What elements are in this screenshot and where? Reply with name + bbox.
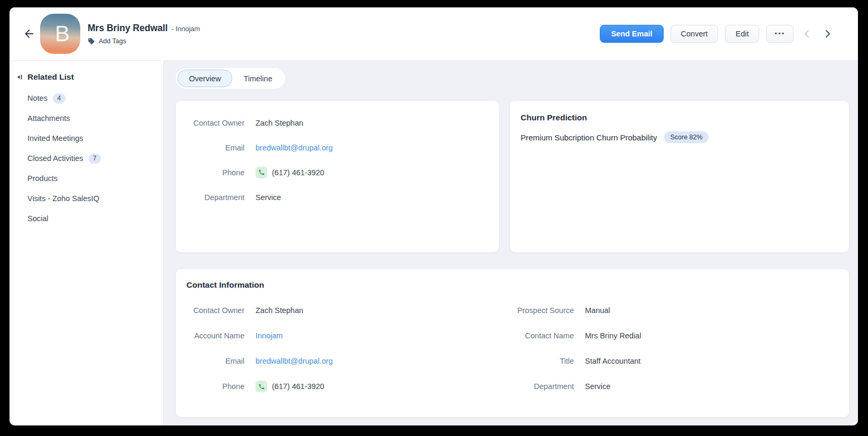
collapse-panel-icon[interactable] <box>16 73 23 81</box>
tab-overview[interactable]: Overview <box>177 70 232 87</box>
field-label: Contact Owner <box>186 119 244 127</box>
ellipsis-icon: ••• <box>775 30 785 37</box>
main-panel: Overview Timeline Contact Owner Zach Ste… <box>164 61 858 425</box>
sidebar-item-label: Visits - Zoho SalesIQ <box>27 194 99 203</box>
field-row-account-name: Account Name Innojam <box>186 323 493 348</box>
field-label: Email <box>186 357 244 365</box>
add-tags-button[interactable]: Add Tags <box>88 37 200 45</box>
add-tags-label: Add Tags <box>99 37 126 45</box>
avatar: B <box>40 14 80 54</box>
field-label: Phone <box>186 168 244 177</box>
title-value: Staff Accountant <box>585 357 640 365</box>
sidebar-item-label: Attachments <box>27 114 70 122</box>
contact-information-grid: Contact Owner Zach Stephan Account Name … <box>186 298 838 399</box>
churn-prediction-card: Churn Prediction Premium Subcription Chu… <box>510 101 849 252</box>
field-label: Phone <box>186 382 244 391</box>
send-email-button[interactable]: Send Email <box>600 25 663 43</box>
sidebar-item-invited-meetings[interactable]: Invited Meetings <box>27 128 163 148</box>
sidebar-item-label: Closed Activities <box>27 154 83 163</box>
field-label: Contact Owner <box>186 306 244 315</box>
contact-info-left-column: Contact Owner Zach Stephan Account Name … <box>186 298 493 399</box>
phone-number[interactable]: (617) 461-3920 <box>272 168 324 177</box>
more-actions-button[interactable]: ••• <box>766 25 794 43</box>
email-link[interactable]: bredwallbt@drupal.org <box>256 357 333 365</box>
phone-number[interactable]: (617) 461-3920 <box>272 382 324 391</box>
convert-button[interactable]: Convert <box>671 25 719 43</box>
email-link[interactable]: bredwallbt@drupal.org <box>256 144 333 152</box>
contact-name-value: Mrs Briny Redial <box>585 331 641 340</box>
chevron-left-icon <box>803 30 810 38</box>
churn-score-badge: Score 82% <box>664 131 708 143</box>
sidebar-item-label: Social <box>27 214 49 223</box>
sidebar-item-attachments[interactable]: Attachments <box>27 108 163 128</box>
churn-card-title: Churn Prediction <box>521 112 838 123</box>
field-row-contact-owner: Contact Owner Zach Stephan <box>186 110 488 135</box>
field-row-phone: Phone (617) 461-3920 <box>186 374 493 399</box>
prospect-source-value: Manual <box>585 306 610 315</box>
sidebar-item-label: Invited Meetings <box>27 134 83 143</box>
previous-record-button[interactable] <box>799 26 815 42</box>
phone-icon <box>258 169 265 176</box>
field-label: Department <box>186 193 244 202</box>
record-header: B Mrs Briny Redwall - Innojam Add Tags S… <box>10 7 858 61</box>
chevron-right-icon <box>824 30 832 38</box>
churn-metric-label: Premium Subcription Churn Probability <box>521 133 657 142</box>
field-row-prospect-source: Prospect Source Manual <box>514 298 838 323</box>
contact-summary-card: Contact Owner Zach Stephan Email bredwal… <box>176 101 499 252</box>
sidebar-item-visits-zoho-salesiq[interactable]: Visits - Zoho SalesIQ <box>27 188 163 208</box>
edit-button[interactable]: Edit <box>725 25 759 43</box>
contact-owner-value: Zach Stephan <box>256 119 303 127</box>
sidebar-item-social[interactable]: Social <box>27 208 163 229</box>
record-body: Related List Notes 4 Attachments Invited… <box>10 61 858 425</box>
closed-activities-count-badge: 7 <box>89 154 101 164</box>
sidebar-item-label: Notes <box>27 94 48 102</box>
related-list-title: Related List <box>27 72 74 82</box>
title-block: Mrs Briny Redwall - Innojam Add Tags <box>88 23 200 45</box>
call-button[interactable] <box>256 167 267 178</box>
department-value: Service <box>256 193 281 202</box>
sidebar-item-notes[interactable]: Notes 4 <box>27 88 163 108</box>
account-subtitle: - Innojam <box>172 25 200 33</box>
field-row-department: Department Service <box>514 374 838 399</box>
related-list-sidebar: Related List Notes 4 Attachments Invited… <box>10 61 164 425</box>
field-label: Email <box>186 144 244 152</box>
field-row-department: Department Service <box>186 185 488 210</box>
churn-metric-row: Premium Subcription Churn Probability Sc… <box>521 131 838 143</box>
tab-timeline[interactable]: Timeline <box>232 70 283 87</box>
contact-info-right-column: Prospect Source Manual Contact Name Mrs … <box>514 298 838 399</box>
field-label: Title <box>514 357 574 365</box>
field-label: Department <box>514 382 574 391</box>
call-button[interactable] <box>256 381 267 392</box>
department-value: Service <box>585 382 610 391</box>
header-actions: Send Email Convert Edit ••• <box>593 25 836 43</box>
field-row-email: Email bredwallbt@drupal.org <box>186 348 493 374</box>
field-label: Prospect Source <box>514 306 574 315</box>
field-row-title: Title Staff Accountant <box>514 348 838 374</box>
sidebar-item-closed-activities[interactable]: Closed Activities 7 <box>27 148 163 168</box>
related-list-header: Related List <box>27 72 163 82</box>
contact-information-card: Contact Information Contact Owner Zach S… <box>176 269 849 417</box>
field-row-contact-name: Contact Name Mrs Briny Redial <box>514 323 838 348</box>
sidebar-item-products[interactable]: Products <box>27 168 163 188</box>
next-record-button[interactable] <box>820 26 836 42</box>
crm-window: B Mrs Briny Redwall - Innojam Add Tags S… <box>10 7 858 425</box>
tag-icon <box>88 37 95 45</box>
avatar-letter: B <box>55 21 70 46</box>
field-label: Account Name <box>186 331 244 340</box>
view-tabbar: Overview Timeline <box>176 68 285 89</box>
field-row-contact-owner: Contact Owner Zach Stephan <box>186 298 493 323</box>
field-row-email: Email bredwallbt@drupal.org <box>186 135 488 160</box>
page-title: Mrs Briny Redwall <box>88 23 168 34</box>
contact-information-title: Contact Information <box>186 280 838 290</box>
account-name-link[interactable]: Innojam <box>256 331 283 340</box>
contact-owner-value: Zach Stephan <box>256 306 303 315</box>
back-button[interactable] <box>20 25 38 43</box>
field-label: Contact Name <box>514 331 574 340</box>
arrow-left-icon <box>23 27 35 40</box>
notes-count-badge: 4 <box>53 93 65 103</box>
field-row-phone: Phone (617) 461-3920 <box>186 160 488 185</box>
phone-icon <box>258 383 265 390</box>
top-cards-row: Contact Owner Zach Stephan Email bredwal… <box>176 101 849 252</box>
sidebar-item-label: Products <box>27 174 58 183</box>
